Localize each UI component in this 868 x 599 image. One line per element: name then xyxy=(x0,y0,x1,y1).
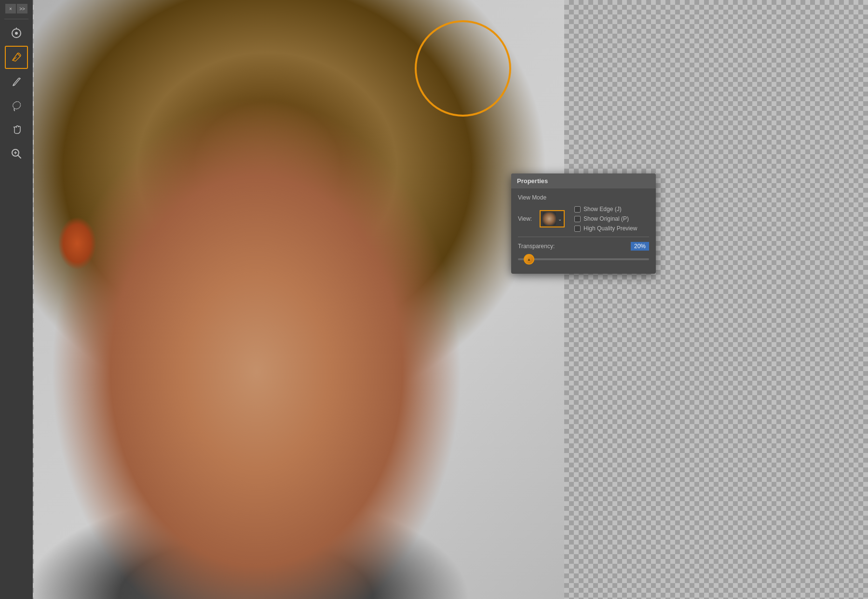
ear-detail xyxy=(58,217,96,270)
lasso-tool[interactable] xyxy=(5,94,28,117)
paint-tool[interactable] xyxy=(5,70,28,93)
transparency-slider-track xyxy=(518,258,649,260)
brush-refine-icon xyxy=(10,27,23,40)
show-original-checkbox-row[interactable]: Show Original (P) xyxy=(574,215,637,222)
transparency-slider-container[interactable] xyxy=(518,254,649,264)
hand-icon xyxy=(10,123,23,136)
high-quality-preview-label: High Quality Preview xyxy=(583,225,637,232)
properties-body: View Mode View: ⌄ Show Edge (J) Show Ori… xyxy=(511,188,656,274)
brush-refine-tool[interactable] xyxy=(5,22,28,45)
show-edge-checkbox[interactable] xyxy=(574,206,581,213)
photo-canvas xyxy=(34,0,564,599)
checkboxes-column: Show Edge (J) Show Original (P) High Qua… xyxy=(574,206,637,232)
transparency-label: Transparency: xyxy=(518,243,555,250)
expand-button[interactable]: >> xyxy=(17,4,27,13)
view-dropdown[interactable]: ⌄ xyxy=(540,210,565,227)
separator-line xyxy=(518,237,649,237)
show-original-checkbox[interactable] xyxy=(574,216,581,222)
toolbar-separator-1 xyxy=(4,19,28,19)
paint-icon xyxy=(10,75,23,88)
transparency-value[interactable]: 20% xyxy=(631,242,649,251)
toolbar: × >> xyxy=(0,0,33,599)
toolbar-window-controls: × >> xyxy=(5,4,27,13)
show-original-label: Show Original (P) xyxy=(583,215,629,222)
high-quality-preview-checkbox[interactable] xyxy=(574,226,581,232)
erase-refine-icon xyxy=(10,51,23,64)
lasso-icon xyxy=(10,99,23,112)
view-label: View: xyxy=(518,215,535,222)
properties-title: Properties xyxy=(517,177,548,185)
svg-point-1 xyxy=(15,32,18,35)
view-thumbnail xyxy=(542,212,556,226)
zoom-tool[interactable] xyxy=(5,142,28,165)
svg-line-5 xyxy=(18,155,21,158)
transparency-slider-thumb[interactable] xyxy=(524,254,534,265)
properties-panel-header: Properties xyxy=(511,173,656,188)
view-mode-section-label: View Mode xyxy=(518,194,649,201)
zoom-icon xyxy=(10,147,23,160)
properties-panel: Properties View Mode View: ⌄ Show Edge (… xyxy=(511,173,656,274)
transparency-header-row: Transparency: 20% xyxy=(518,242,649,251)
high-quality-preview-checkbox-row[interactable]: High Quality Preview xyxy=(574,225,637,232)
show-edge-checkbox-row[interactable]: Show Edge (J) xyxy=(574,206,637,213)
show-edge-label: Show Edge (J) xyxy=(583,206,622,213)
close-button[interactable]: × xyxy=(5,4,16,13)
transparency-section: Transparency: 20% xyxy=(518,242,649,268)
erase-refine-tool[interactable] xyxy=(5,46,28,69)
hand-tool[interactable] xyxy=(5,118,28,141)
chevron-down-icon: ⌄ xyxy=(558,216,562,222)
view-mode-row: View: ⌄ Show Edge (J) Show Original (P) … xyxy=(518,206,649,232)
